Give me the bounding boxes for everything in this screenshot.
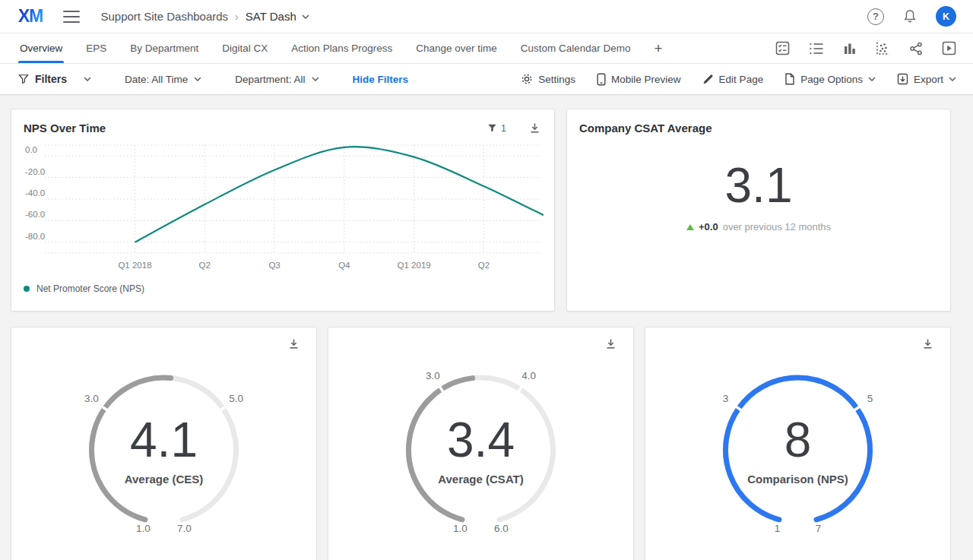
top-bar: XM Support Site Dashboards › SAT Dash ? …: [0, 0, 973, 33]
y-axis-label: -60.0: [25, 210, 45, 219]
chevron-down-icon: [868, 77, 876, 81]
hide-filters-link[interactable]: Hide Filters: [353, 74, 409, 85]
date-filter[interactable]: Date: All Time: [125, 74, 201, 85]
funnel-icon: [18, 74, 29, 84]
widget-title: NPS Over Time: [24, 122, 106, 134]
funnel-filled-icon: [487, 123, 497, 133]
nps-line-chart[interactable]: 0.0-20.0-40.0-60.0-80.0Q1 2018Q2Q3Q4Q1 2…: [24, 142, 544, 277]
x-axis-label: Q1 2018: [118, 261, 151, 270]
gauge-max-label: 7.0: [177, 523, 192, 534]
legend-label: Net Promoter Score (NPS): [36, 283, 144, 294]
gauge-tick-label: 3.0: [426, 370, 440, 381]
chart-legend[interactable]: Net Promoter Score (NPS): [11, 277, 554, 300]
scatter-icon[interactable]: [876, 41, 890, 55]
present-icon[interactable]: [942, 41, 956, 55]
breadcrumb-root[interactable]: Support Site Dashboards: [101, 10, 229, 23]
widget-average-csat: 3.04.01.06.03.4Average (CSAT): [328, 327, 634, 560]
legend-dot: [24, 286, 30, 292]
gauge-tick-label: 5.0: [229, 393, 243, 404]
tab-eps[interactable]: EPS: [84, 33, 108, 63]
gauge-min-label: 1.0: [453, 523, 467, 534]
widget-filter-count: 1: [501, 123, 506, 134]
export-button[interactable]: Export: [897, 73, 956, 85]
gauge-min-label: 1.0: [136, 523, 151, 534]
gauge-min-label: 1: [775, 523, 781, 534]
download-icon[interactable]: [922, 338, 933, 350]
gauge-label: Comparison (NPS): [747, 473, 848, 486]
csat-gauge-chart[interactable]: 3.04.01.06.03.4Average (CSAT): [328, 350, 633, 543]
filters-menu[interactable]: Filters: [18, 73, 91, 85]
y-axis-label: -20.0: [25, 167, 45, 176]
gauge-tick-label: 3.0: [84, 393, 99, 404]
gauge-label: Average (CES): [125, 473, 204, 486]
widget-average-ces: 3.05.01.07.04.1Average (CES): [11, 327, 317, 560]
gauge-max-label: 6.0: [494, 523, 509, 534]
xm-logo: XM: [18, 6, 43, 27]
tab-overview[interactable]: Overview: [18, 33, 64, 63]
csat-delta: +0.0: [699, 221, 718, 233]
list-icon[interactable]: [809, 42, 824, 55]
tab-custom-calendar-demo[interactable]: Custom Calendar Demo: [519, 33, 632, 63]
page-options-button[interactable]: Page Options: [784, 73, 876, 85]
y-axis-label: -80.0: [25, 232, 45, 241]
breadcrumb-separator: ›: [235, 11, 239, 23]
gauge-label: Average (CSAT): [438, 473, 524, 486]
widget-comparison-nps: 35178Comparison (NPS): [645, 327, 951, 560]
pencil-icon: [702, 74, 714, 85]
export-icon: [897, 73, 908, 85]
x-axis-label: Q1 2019: [398, 261, 431, 270]
gauge-value: 8: [784, 413, 812, 467]
download-icon[interactable]: [288, 338, 300, 350]
download-icon[interactable]: [605, 338, 616, 350]
nps-gauge-chart[interactable]: 35178Comparison (NPS): [645, 350, 950, 543]
chevron-down-icon: [194, 77, 201, 81]
widget-company-csat-average: Company CSAT Average 3.1 +0.0 over previ…: [566, 109, 951, 312]
gauge-tick-label: 4.0: [521, 370, 536, 381]
widget-filter-button[interactable]: 1: [487, 123, 506, 134]
nps-series-line: [135, 147, 544, 247]
x-axis-label: Q4: [338, 261, 350, 270]
x-axis-label: Q2: [199, 261, 211, 270]
dashboard-tab-bar: Overview EPS By Department Digital CX Ac…: [0, 33, 973, 64]
share-icon[interactable]: [909, 42, 923, 55]
chevron-down-icon: [312, 77, 319, 81]
tab-by-department[interactable]: By Department: [128, 33, 200, 63]
csat-value: 3.1: [567, 159, 950, 212]
chevron-down-icon: [84, 77, 91, 81]
tab-change-over-time[interactable]: Change over time: [414, 33, 499, 63]
page-icon: [784, 73, 795, 85]
breadcrumb-current[interactable]: SAT Dash: [246, 10, 309, 23]
chevron-down-icon: [949, 77, 956, 81]
tab-action-plans-progress[interactable]: Action Plans Progress: [290, 33, 394, 63]
y-axis-label: -40.0: [25, 188, 45, 198]
widget-title: Company CSAT Average: [579, 122, 712, 134]
tab-digital-cx[interactable]: Digital CX: [220, 33, 269, 63]
mobile-preview-button[interactable]: Mobile Preview: [597, 73, 681, 86]
gauge-tick-label: 3: [723, 393, 729, 404]
department-filter[interactable]: Department: All: [235, 74, 319, 85]
gear-icon: [521, 73, 533, 85]
dashboard-content: NPS Over Time 1 0.0-20.0-40.0-6: [0, 95, 973, 560]
gauge-value: 4.1: [130, 413, 198, 467]
gauge-max-label: 7: [816, 523, 822, 534]
checklist-icon[interactable]: [775, 41, 790, 55]
settings-button[interactable]: Settings: [521, 73, 575, 85]
add-page-button[interactable]: +: [653, 33, 664, 63]
phone-icon: [597, 73, 606, 86]
ces-gauge-chart[interactable]: 3.05.01.07.04.1Average (CES): [11, 350, 316, 543]
bar-chart-icon[interactable]: [843, 42, 857, 55]
menu-icon[interactable]: [63, 11, 80, 23]
gauge-value: 3.4: [447, 413, 515, 467]
chevron-down-icon: [302, 14, 309, 19]
help-icon[interactable]: ?: [867, 8, 884, 25]
y-axis-label: 0.0: [25, 145, 37, 154]
trend-up-icon: [686, 224, 694, 230]
csat-delta-period: over previous 12 months: [723, 221, 831, 233]
gauge-tick-label: 5: [867, 393, 873, 404]
edit-page-button[interactable]: Edit Page: [702, 74, 764, 85]
download-icon[interactable]: [529, 122, 540, 134]
user-avatar[interactable]: K: [936, 6, 956, 27]
widget-nps-over-time: NPS Over Time 1 0.0-20.0-40.0-6: [11, 109, 555, 312]
breadcrumb: Support Site Dashboards › SAT Dash: [101, 10, 309, 23]
notifications-bell-icon[interactable]: [902, 8, 918, 24]
